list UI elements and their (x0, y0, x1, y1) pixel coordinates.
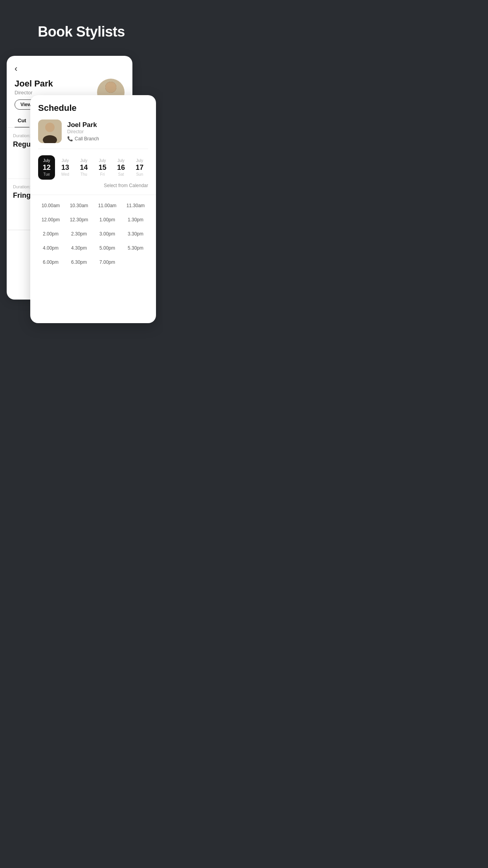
call-branch-label: Call Branch (75, 136, 99, 142)
time-slot[interactable]: 5.00pm (95, 244, 120, 252)
stylist-role: Director (15, 90, 58, 96)
svg-point-7 (46, 123, 54, 132)
phone-icon: 📞 (67, 136, 73, 142)
time-grid: 10.00am10.30am11.00am11.30am12.00pm12.30… (38, 201, 148, 267)
date-month: July (114, 158, 128, 163)
time-slot[interactable]: 6.00pm (38, 258, 63, 267)
time-slot[interactable]: 4.00pm (38, 244, 63, 252)
time-slot[interactable]: 1.00pm (95, 215, 120, 224)
card-schedule: Schedule Joel Park Director 📞 Call Branc… (30, 95, 156, 323)
time-slot[interactable]: 2.30pm (66, 230, 92, 238)
time-slot[interactable]: 5.30pm (123, 244, 148, 252)
page-title: Book Stylists (30, 0, 133, 52)
date-item-wed-13[interactable]: July 13 Wed (57, 155, 73, 180)
date-item-sun-17[interactable]: July 17 Sun (131, 155, 148, 180)
schedule-title: Schedule (38, 103, 148, 113)
date-day-num: 15 (95, 164, 109, 172)
stylist-name: Joel Park (15, 79, 58, 89)
date-month: July (95, 158, 109, 163)
date-day-name: Sat (114, 172, 128, 177)
schedule-avatar (38, 120, 62, 143)
date-item-tue-12[interactable]: July 12 Tue (38, 155, 55, 180)
time-slot[interactable]: 12.00pm (38, 215, 63, 224)
date-day-num: 12 (40, 164, 53, 172)
time-slot[interactable]: 10.30am (66, 201, 92, 210)
date-day-num: 14 (77, 164, 91, 172)
schedule-stylist-role: Director (67, 129, 99, 134)
date-day-num: 16 (114, 164, 128, 172)
date-month: July (133, 158, 147, 163)
time-slot[interactable]: 4.30pm (66, 244, 92, 252)
back-button[interactable]: ‹ (15, 64, 17, 74)
date-item-fri-15[interactable]: July 15 Fri (94, 155, 111, 180)
time-slot[interactable]: 2.00pm (38, 230, 63, 238)
divider (30, 195, 156, 195)
schedule-stylist: Joel Park Director 📞 Call Branch (38, 120, 148, 149)
date-item-thu-14[interactable]: July 14 Thu (75, 155, 92, 180)
date-day-name: Wed (58, 172, 72, 177)
time-slot[interactable]: 3.30pm (123, 230, 148, 238)
date-month: July (40, 158, 53, 163)
schedule-stylist-name: Joel Park (67, 121, 99, 129)
date-day-num: 17 (133, 164, 147, 172)
date-month: July (58, 158, 72, 163)
time-slot[interactable]: 11.00am (95, 201, 120, 210)
time-slot[interactable]: 7.00pm (95, 258, 120, 267)
time-slot[interactable]: 11.30am (123, 201, 148, 210)
calendar-link[interactable]: Select from Calendar (38, 183, 148, 188)
call-branch[interactable]: 📞 Call Branch (67, 136, 99, 142)
svg-point-2 (105, 82, 116, 93)
schedule-stylist-info: Joel Park Director 📞 Call Branch (67, 121, 99, 142)
date-item-sat-16[interactable]: July 16 Sat (112, 155, 129, 180)
time-slot[interactable]: 12.30pm (66, 215, 92, 224)
time-slot[interactable]: 3.00pm (95, 230, 120, 238)
time-slot[interactable]: 10.00am (38, 201, 63, 210)
date-month: July (77, 158, 91, 163)
date-day-name: Thu (77, 172, 91, 177)
date-day-name: Fri (95, 172, 109, 177)
date-day-name: Sun (133, 172, 147, 177)
time-slot[interactable]: 1.30pm (123, 215, 148, 224)
time-slot[interactable]: 6.30pm (66, 258, 92, 267)
date-day-name: Tue (40, 172, 53, 177)
date-day-num: 13 (58, 164, 72, 172)
cards-container: ‹ Joel Park Director View Portfolio Cut … (7, 56, 156, 331)
tab-cut[interactable]: Cut (15, 114, 29, 127)
date-selector: July 12 Tue July 13 Wed July 14 Thu July… (38, 155, 148, 180)
